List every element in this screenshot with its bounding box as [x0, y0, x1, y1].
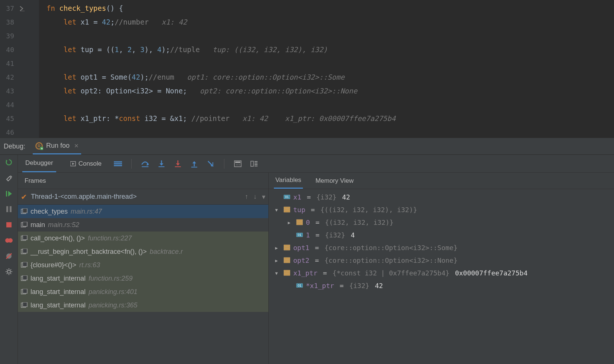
console-tab[interactable]: Console: [67, 155, 105, 172]
variable-row[interactable]: ▸opt1 = {core::option::Option<i32>::Some…: [269, 241, 614, 254]
frame-function: __rust_begin_short_backtrace<fn(), ()>: [31, 248, 147, 256]
svg-rect-71: [284, 249, 290, 250]
frames-panel: Frames ✔ Thread-1-<com.apple.main-thread…: [18, 173, 269, 364]
force-step-into-button[interactable]: [173, 159, 183, 169]
close-icon[interactable]: ✕: [74, 143, 79, 149]
variable-name: opt2: [293, 256, 309, 264]
svg-rect-48: [23, 235, 27, 240]
thread-dropdown-icon[interactable]: ▾: [262, 193, 265, 201]
code-editor[interactable]: 37383940414243444546 fn check_types() { …: [0, 0, 614, 138]
frame-item[interactable]: mainmain.rs:52: [18, 218, 268, 232]
code-area[interactable]: fn check_types() { let x1 = 42;//number …: [39, 0, 614, 138]
frame-item[interactable]: lang_start_internalpanicking.rs:401: [18, 285, 268, 298]
stack-frame-icon: [21, 208, 28, 214]
variable-type: {i32}: [325, 231, 349, 239]
variable-row[interactable]: 01*x1_ptr = {i32} 42: [269, 279, 614, 292]
struct-icon: [284, 206, 290, 213]
step-over-button[interactable]: [140, 159, 150, 169]
view-breakpoints-button[interactable]: [4, 236, 13, 245]
check-icon: ✔: [21, 192, 27, 201]
rerun-button[interactable]: [4, 158, 13, 167]
variable-type: {core::option::Option<i32>::None}: [324, 256, 458, 264]
svg-line-19: [7, 273, 7, 274]
frame-item[interactable]: __rust_begin_short_backtrace<fn(), ()>ba…: [18, 245, 268, 258]
prev-frame-icon[interactable]: ↑: [245, 193, 248, 201]
variable-type: {(i32, i32, i32)}: [325, 218, 393, 226]
frame-location: main.rs:47: [71, 208, 102, 215]
play-icon: [70, 161, 76, 167]
variables-tree[interactable]: 01x1 = {i32} 42▾tup = {((i32, i32, i32),…: [269, 189, 614, 364]
variables-tab[interactable]: Variables: [274, 173, 303, 189]
frame-item[interactable]: call_once<fn(), ()>function.rs:227: [18, 232, 268, 245]
stack-frame-icon: [21, 275, 28, 281]
svg-line-18: [10, 273, 11, 274]
step-out-button[interactable]: [189, 159, 199, 169]
settings-button[interactable]: [4, 173, 13, 182]
frame-item[interactable]: check_typesmain.rs:47: [18, 205, 268, 218]
primitive-icon: 01: [296, 232, 303, 238]
debug-settings-button[interactable]: [4, 267, 13, 276]
variable-row[interactable]: ▸0 = {(i32, i32, i32)}: [269, 216, 614, 229]
variable-row[interactable]: ▾tup = {((i32, i32, i32), i32)}: [269, 203, 614, 216]
svg-rect-56: [23, 289, 27, 293]
debugger-tab[interactable]: Debugger: [22, 155, 56, 172]
stack-frame-icon: [21, 289, 28, 295]
frame-item[interactable]: lang_start_internalpanicking.rs:365: [18, 298, 268, 312]
mute-breakpoints-button[interactable]: [4, 252, 13, 261]
frame-location: rt.rs:63: [79, 261, 100, 269]
trace-current-stream-chain-button[interactable]: [249, 159, 259, 169]
pause-button[interactable]: [4, 205, 13, 214]
svg-text:R: R: [38, 144, 41, 148]
frames-tab[interactable]: Frames: [23, 173, 48, 189]
variable-name: 1: [306, 231, 310, 239]
threads-icon[interactable]: [113, 159, 123, 169]
frames-list[interactable]: check_typesmain.rs:47mainmain.rs:52call_…: [18, 205, 268, 364]
svg-rect-74: [284, 261, 290, 263]
struct-icon: [284, 244, 290, 251]
svg-rect-77: [284, 274, 290, 275]
frame-function: main: [31, 221, 45, 229]
tree-expander-icon[interactable]: ▸: [285, 218, 293, 226]
svg-rect-66: [297, 223, 303, 225]
primitive-icon: 01: [296, 282, 303, 289]
svg-rect-52: [23, 262, 27, 266]
variable-name: opt1: [293, 244, 309, 252]
svg-rect-46: [23, 222, 27, 226]
tree-expander-icon[interactable]: ▸: [272, 244, 281, 252]
tree-expander-icon[interactable]: ▾: [272, 206, 281, 214]
variable-value: 0x00007ffee7a275b4: [455, 269, 528, 277]
variable-row[interactable]: ▾x1_ptr = {*const i32 | 0x7ffee7a275b4} …: [269, 266, 614, 279]
fold-toggle-icon[interactable]: [19, 1, 39, 15]
next-frame-icon[interactable]: ↓: [253, 193, 257, 201]
variable-row[interactable]: ▸opt2 = {core::option::Option<i32>::None…: [269, 254, 614, 266]
svg-rect-72: [284, 258, 290, 259]
primitive-icon: 01: [284, 194, 290, 200]
tree-expander-icon[interactable]: ▸: [272, 256, 281, 264]
svg-rect-38: [251, 161, 253, 166]
struct-icon: [284, 269, 290, 276]
tree-expander-icon[interactable]: ▾: [272, 269, 281, 277]
resume-button[interactable]: [4, 189, 13, 198]
frame-item[interactable]: {closure#0}<()>rt.rs:63: [18, 258, 268, 272]
svg-rect-4: [6, 191, 7, 197]
run-config-tab[interactable]: R Run foo ✕: [33, 138, 81, 154]
stack-frame-icon: [21, 222, 28, 228]
struct-icon: [296, 219, 303, 226]
variable-value: 42: [342, 193, 350, 201]
svg-rect-6: [10, 206, 12, 212]
svg-text:01: 01: [298, 284, 301, 287]
variable-row[interactable]: 011 = {i32} 4: [269, 229, 614, 241]
memory-view-tab[interactable]: Memory View: [314, 173, 355, 189]
thread-selector[interactable]: ✔ Thread-1-<com.apple.main-thread> ↑ ↓ ▾: [18, 189, 268, 205]
svg-rect-61: [284, 207, 290, 208]
stop-button[interactable]: [4, 220, 13, 229]
variable-type: {i32}: [349, 282, 373, 290]
variable-row[interactable]: 01x1 = {i32} 42: [269, 191, 614, 203]
frame-item[interactable]: lang_start_internalfunction.rs:259: [18, 272, 268, 285]
step-into-button[interactable]: [156, 159, 167, 169]
run-to-cursor-button[interactable]: [205, 159, 216, 169]
evaluate-expression-button[interactable]: [233, 159, 243, 169]
variable-value: 42: [375, 282, 383, 290]
svg-rect-64: [297, 220, 303, 221]
svg-point-9: [8, 238, 13, 243]
